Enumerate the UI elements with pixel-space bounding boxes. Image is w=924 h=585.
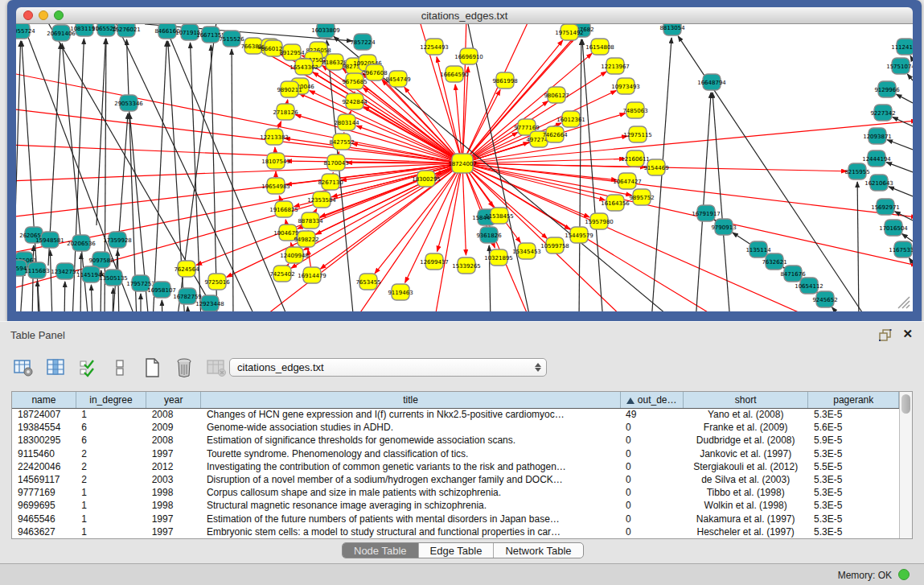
column-header-title[interactable]: title (201, 392, 620, 408)
graph-node-label: 12444194 (862, 156, 891, 163)
column-header-in_degree[interactable]: in_degree (76, 392, 146, 408)
graph-node-label: 16033809 (311, 27, 340, 34)
table-row[interactable]: 1830029562008Estimation of significance … (12, 434, 899, 447)
table-cell: 1 (76, 499, 146, 512)
table-row[interactable]: 946554611997Estimation of the future num… (12, 513, 899, 525)
graph-node-label: 9119463 (388, 290, 413, 296)
table-cell: Genome-wide association studies in ADHD. (201, 421, 620, 434)
column-header-out_de[interactable]: out_de… (620, 392, 683, 408)
table-cell: 1 (76, 486, 146, 499)
graph-node-label: 1135114 (745, 247, 771, 253)
graph-edge (579, 39, 581, 311)
network-canvas[interactable]: 2405572420691406108311971065525715276021… (16, 24, 913, 311)
float-panel-icon[interactable] (879, 329, 892, 341)
status-bar: Memory: OK (0, 563, 924, 585)
graph-node-label: 10973493 (611, 84, 640, 90)
table-row[interactable]: 977716911998Corpus callosum shape and si… (12, 486, 899, 499)
graph-node-label: 16791917 (692, 211, 721, 217)
table-row[interactable]: 946362711997Embryonic stem cells: a mode… (12, 525, 899, 538)
table-cell: 2003 (146, 473, 201, 486)
table-panel: Table Panel ✕ (0, 321, 924, 563)
table-scrollbar[interactable] (899, 392, 912, 538)
table-cell: 1 (76, 408, 146, 421)
graph-node-label: 11675334 (889, 247, 913, 253)
tab-network-table[interactable]: Network Table (493, 543, 582, 558)
graph-edge (462, 163, 820, 311)
dropdown-stepper-icon (532, 363, 546, 372)
graph-edge (16, 163, 462, 181)
graph-node-label: 15276021 (112, 27, 141, 33)
graph-node-label: 10647427 (613, 179, 642, 185)
table-cell: 5.3E-5 (808, 499, 899, 512)
tab-node-table[interactable]: Node Table (343, 543, 418, 558)
resize-grip-icon[interactable] (895, 294, 911, 310)
graph-edge (832, 307, 841, 311)
graph-edge (50, 250, 52, 311)
table-selector-dropdown[interactable]: citations_edges.txt (229, 358, 547, 377)
column-header-short[interactable]: short (683, 392, 808, 408)
table-cell: 2 (76, 447, 146, 460)
delete-icon[interactable] (172, 356, 196, 379)
table-cell: Dudbridge et al. (2008) (683, 434, 808, 447)
graph-node-label: 12923448 (195, 301, 224, 307)
graph-node-label: 10654112 (795, 283, 823, 290)
graph-node-label: 16648794 (697, 80, 726, 86)
table-cell: 2 (76, 460, 146, 473)
table-cell: 0 (620, 513, 683, 525)
graph-node-label: 9806127 (544, 93, 569, 99)
graph-node-label: 16154808 (585, 44, 614, 51)
graph-node-label: 12160611 (621, 156, 650, 163)
graph-edge (363, 73, 462, 163)
table-row[interactable]: 1872400712008Changes of HCN gene express… (12, 408, 899, 421)
show-columns-icon[interactable] (76, 356, 100, 379)
column-header-pagerank[interactable]: pagerank (808, 392, 899, 408)
graph-edge (889, 187, 913, 196)
tab-edge-table[interactable]: Edge Table (418, 543, 494, 558)
table-row[interactable]: 911546021997Tourette syndrome. Phenomeno… (12, 447, 899, 460)
graph-node-label: 7632621 (762, 259, 786, 266)
graph-node-label: 8471676 (780, 271, 806, 278)
column-header-name[interactable]: name (12, 392, 76, 408)
graph-node-label: 20206536 (67, 241, 96, 247)
close-panel-icon[interactable]: ✕ (902, 328, 913, 340)
graph-edge (462, 91, 616, 163)
scrollbar-thumb[interactable] (901, 394, 910, 414)
rows-icon[interactable] (108, 356, 132, 379)
table-cell: 0 (620, 499, 683, 512)
table-cell: 5.3E-5 (808, 473, 899, 486)
graph-node-label: 16696910 (454, 54, 483, 60)
graph-node-label: 1115683 (24, 268, 49, 274)
table-cell: 9115460 (12, 447, 76, 460)
table-cell: 2012 (146, 460, 201, 473)
table-cell: Jankovic et al. (1997) (683, 447, 808, 460)
table-cell: 0 (620, 460, 683, 473)
graph-edge (462, 163, 466, 255)
graph-edge (295, 115, 462, 163)
table-cell: Investigating the contribution of common… (201, 460, 620, 473)
graph-edge (80, 253, 81, 311)
table-cell: 49 (620, 408, 683, 421)
table-settings-icon[interactable] (11, 356, 35, 379)
graph-edge (434, 163, 462, 311)
table-cell: 1998 (146, 486, 201, 499)
column-header-year[interactable]: year (146, 392, 201, 408)
graph-edge (909, 258, 913, 263)
table-row[interactable]: 2242004622012Investigating the contribut… (12, 460, 899, 473)
graph-node-label: 8912954 (279, 50, 305, 56)
graph-node-label: 10321895 (484, 255, 513, 262)
graph-node-label: 19166825 (269, 207, 298, 213)
graph-edge (896, 94, 913, 103)
table-cell: Franke et al. (2009) (683, 421, 808, 434)
table-row[interactable]: 1938455462009Genome-wide association stu… (12, 421, 899, 434)
graph-node-label: 12342757 (51, 269, 80, 275)
table-cell: 6 (76, 434, 146, 447)
table-row[interactable]: 969969511998Structural magnetic resonanc… (12, 499, 899, 512)
graph-node-label: 8878334 (298, 218, 323, 225)
table-cell: 19384554 (12, 421, 76, 434)
attribute-table: namein_degreeyeartitleout_de…shortpagera… (11, 391, 913, 539)
select-column-icon[interactable] (43, 356, 68, 379)
new-table-icon[interactable] (140, 356, 164, 379)
window-titlebar[interactable]: citations_edges.txt (16, 7, 913, 24)
graph-node-label: 16164356 (601, 200, 630, 207)
table-row[interactable]: 1456911722003Disruption of a novel membe… (12, 473, 899, 486)
